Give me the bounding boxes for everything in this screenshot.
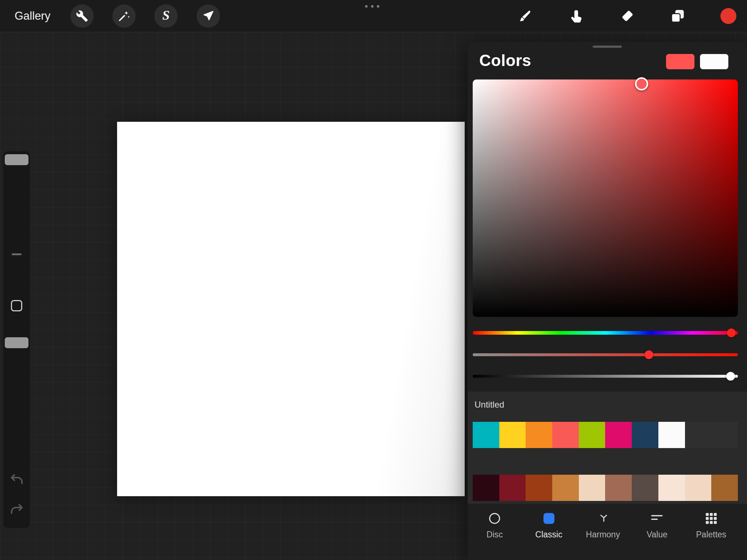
selection-button[interactable]: S [154, 4, 178, 28]
sidebar[interactable] [3, 151, 30, 528]
slider-tick [12, 253, 22, 255]
palette-swatch[interactable] [579, 475, 605, 501]
value-icon [651, 512, 663, 525]
erase-tool-button[interactable] [619, 8, 635, 24]
tab-label: Classic [535, 530, 562, 540]
panel-drag-handle[interactable] [593, 46, 622, 48]
palette-swatch[interactable] [552, 422, 579, 448]
gallery-button[interactable]: Gallery [15, 0, 50, 32]
undo-icon [9, 472, 24, 487]
tab-harmony[interactable]: Harmony [576, 510, 630, 552]
saturation-brightness-picker[interactable] [473, 79, 738, 317]
palette-swatch[interactable] [658, 475, 685, 501]
palette-row-1 [473, 422, 738, 448]
tab-label: Value [647, 530, 667, 540]
palette-swatch[interactable] [473, 422, 499, 448]
colors-panel: Colors Untitled Disc Classic [468, 42, 747, 560]
tab-classic[interactable]: Classic [522, 510, 576, 552]
palette-swatch[interactable] [605, 475, 632, 501]
palette-swatch[interactable] [579, 422, 605, 448]
brush-size-slider[interactable] [5, 154, 28, 165]
palette-swatch[interactable] [499, 422, 526, 448]
palette-row-2 [473, 475, 738, 501]
palettes-icon [706, 513, 717, 524]
modify-button[interactable] [11, 300, 22, 311]
palette-swatch[interactable] [658, 422, 685, 448]
undo-button[interactable] [9, 472, 24, 487]
transform-arrow-icon [202, 10, 214, 22]
redo-icon [9, 502, 24, 517]
smudge-tool-button[interactable] [568, 8, 584, 24]
palette-swatch-empty[interactable] [711, 422, 738, 448]
palette-swatch[interactable] [499, 475, 526, 501]
secondary-color-swatch[interactable] [700, 54, 728, 69]
palette-swatch[interactable] [552, 475, 579, 501]
palette-section: Untitled [468, 392, 747, 504]
adjustments-button[interactable] [112, 4, 136, 28]
palette-swatch[interactable] [526, 475, 552, 501]
colors-panel-title: Colors [479, 51, 531, 70]
palette-name: Untitled [475, 400, 504, 410]
tab-disc[interactable]: Disc [468, 510, 522, 552]
palette-swatch[interactable] [685, 475, 712, 501]
paint-tool-button[interactable] [516, 8, 533, 24]
redo-button[interactable] [9, 502, 24, 517]
picker-cursor[interactable] [635, 77, 648, 90]
layers-icon [670, 9, 685, 23]
brightness-slider[interactable] [473, 375, 738, 378]
palette-swatch[interactable] [473, 475, 499, 501]
tab-palettes[interactable]: Palettes [684, 510, 738, 552]
hue-knob[interactable] [727, 328, 736, 337]
smudge-icon [569, 9, 583, 23]
app-window: Gallery S ••• [0, 0, 747, 560]
transform-button[interactable] [197, 4, 220, 28]
brush-icon [517, 9, 532, 23]
active-color-swatch[interactable] [720, 8, 736, 24]
layers-button[interactable] [670, 8, 686, 24]
harmony-icon [597, 512, 609, 525]
classic-icon [543, 513, 554, 524]
palette-swatch[interactable] [632, 422, 658, 448]
current-color-swatch[interactable] [666, 54, 694, 69]
disc-icon [489, 513, 500, 524]
wrench-icon [76, 10, 88, 22]
palette-swatch[interactable] [526, 422, 552, 448]
selection-s-icon: S [162, 9, 170, 22]
palette-swatch-empty[interactable] [685, 422, 712, 448]
drawing-canvas[interactable] [117, 122, 465, 496]
top-toolbar: Gallery S ••• [0, 0, 747, 32]
palette-swatch[interactable] [711, 475, 738, 501]
eraser-icon [620, 9, 635, 23]
palette-swatch[interactable] [605, 422, 632, 448]
saturation-slider[interactable] [473, 353, 738, 356]
color-mode-tabs: Disc Classic Harmony [468, 510, 738, 552]
tab-value[interactable]: Value [630, 510, 684, 552]
tab-label: Harmony [586, 530, 620, 540]
saturation-knob[interactable] [645, 350, 653, 359]
brightness-knob[interactable] [726, 372, 735, 381]
palette-swatch[interactable] [632, 475, 658, 501]
tab-label: Palettes [696, 530, 726, 540]
actions-button[interactable] [70, 4, 94, 28]
canvas-options-button[interactable]: ••• [344, 1, 403, 12]
hue-slider[interactable] [473, 331, 738, 335]
tab-label: Disc [487, 530, 503, 540]
opacity-slider[interactable] [5, 337, 28, 348]
magic-wand-icon [118, 10, 130, 22]
